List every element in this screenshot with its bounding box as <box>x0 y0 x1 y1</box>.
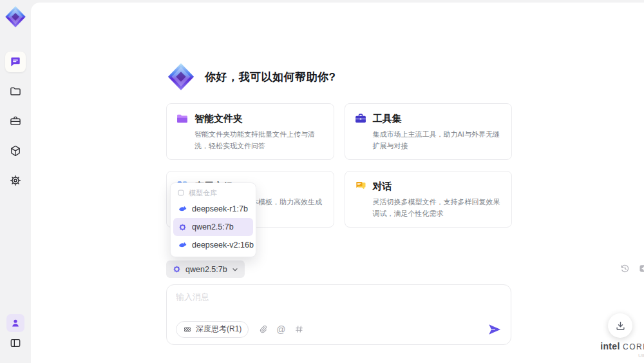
card-dialogue[interactable]: 对话 灵活切换多模型文件，支持多样回复效果调试，满足个性化需求 <box>345 171 513 228</box>
selected-model-label: qwen2.5:7b <box>185 265 227 274</box>
deep-think-toggle[interactable]: 深度思考(R1) <box>176 321 249 338</box>
model-option-deepseek-v2[interactable]: deepseek-v2:16b <box>173 236 253 254</box>
model-dropdown: 模型仓库 deepseek-r1:7b qwen2.5:7b deepseek-… <box>170 182 256 257</box>
card-head: 工具集 <box>354 112 503 125</box>
chat-bubble-icon <box>9 55 22 68</box>
user-icon <box>10 317 21 329</box>
model-option-label: qwen2.5:7b <box>192 222 234 231</box>
model-option-qwen[interactable]: qwen2.5:7b <box>173 218 253 236</box>
model-option-label: deepseek-r1:7b <box>192 204 248 213</box>
card-desc: 集成市场上主流工具，助力AI与外界无缝扩展与对接 <box>373 129 503 152</box>
sidebar-item-apps[interactable] <box>5 141 26 161</box>
core-wordmark: CORE <box>623 342 644 351</box>
card-desc: 智能文件夹功能支持批量文件上传与清洗，轻松实现文件问答 <box>194 129 325 152</box>
qwen-logo-icon <box>178 222 187 232</box>
message-input[interactable] <box>176 291 498 317</box>
card-head: 对话 <box>354 180 503 193</box>
hash-grid-icon[interactable] <box>294 324 304 334</box>
gear-icon <box>9 174 22 187</box>
card-desc: 灵活切换多模型文件，支持多样回复效果调试，满足个性化需求 <box>373 197 503 219</box>
model-dropdown-header: 模型仓库 <box>173 186 253 200</box>
send-icon[interactable] <box>488 322 502 337</box>
card-title: 对话 <box>373 181 392 193</box>
card-smart-folder[interactable]: 智能文件夹 智能文件夹功能支持批量文件上传与清洗，轻松实现文件问答 <box>166 103 334 160</box>
model-selector-row: qwen2.5:7b <box>166 260 512 279</box>
sidebar-item-toolbox[interactable] <box>5 111 26 132</box>
composer: 深度思考(R1) @ <box>166 284 511 345</box>
deepseek-whale-icon <box>178 240 187 250</box>
download-icon <box>614 320 627 332</box>
indigo-briefcase-icon <box>354 112 367 125</box>
purple-folder-icon <box>176 112 189 125</box>
deepseek-whale-icon <box>178 204 187 214</box>
sidebar-item-folders[interactable] <box>5 81 26 102</box>
folder-icon <box>9 85 22 98</box>
model-option-label: deepseek-v2:16b <box>192 240 254 250</box>
cube-icon <box>9 144 22 157</box>
new-chat-icon[interactable] <box>638 263 644 274</box>
panel-layout-icon <box>9 337 22 349</box>
sidebar-item-collapse-panel[interactable] <box>5 333 26 353</box>
model-selector-button[interactable]: qwen2.5:7b <box>166 260 245 278</box>
repository-icon <box>177 189 185 197</box>
greeting-gem-icon <box>166 62 196 92</box>
composer-toolbar: 深度思考(R1) @ <box>176 320 502 338</box>
paperclip-icon[interactable] <box>258 324 268 334</box>
greeting: 你好，我可以如何帮助你? <box>166 62 336 92</box>
qwen-logo-icon <box>172 264 182 274</box>
model-dropdown-header-label: 模型仓库 <box>189 188 217 198</box>
deep-think-label: 深度思考(R1) <box>196 324 242 335</box>
sidebar <box>0 0 31 363</box>
yellow-chat-icon <box>354 180 367 193</box>
card-toolset[interactable]: 工具集 集成市场上主流工具，助力AI与外界无缝扩展与对接 <box>345 103 513 160</box>
model-option-deepseek-r1[interactable]: deepseek-r1:7b <box>173 200 253 218</box>
chevron-down-icon <box>231 266 239 273</box>
ultra-sub-label: Ultra <box>596 353 644 358</box>
card-title: 智能文件夹 <box>194 113 243 125</box>
atom-icon <box>183 325 192 334</box>
sidebar-item-account[interactable] <box>6 314 24 332</box>
chat-tools <box>620 263 644 274</box>
history-icon[interactable] <box>620 263 630 274</box>
composer-icons: @ <box>258 324 303 334</box>
app-logo-gem-icon <box>4 5 27 28</box>
intel-core-badge: intel CORE Ultra <box>596 340 644 358</box>
main-panel: 你好，我可以如何帮助你? 智能文件夹 智能文件夹功能支持批量文件上传与清洗，轻松… <box>31 3 644 363</box>
intel-wordmark: intel <box>600 341 620 351</box>
sidebar-item-chat[interactable] <box>5 52 26 72</box>
mention-icon[interactable]: @ <box>276 325 285 334</box>
sidebar-item-settings[interactable] <box>5 170 26 191</box>
card-head: 智能文件夹 <box>176 112 325 125</box>
briefcase-icon <box>9 115 22 128</box>
card-title: 工具集 <box>373 113 402 125</box>
greeting-text: 你好，我可以如何帮助你? <box>205 70 336 84</box>
download-button[interactable] <box>608 313 632 338</box>
